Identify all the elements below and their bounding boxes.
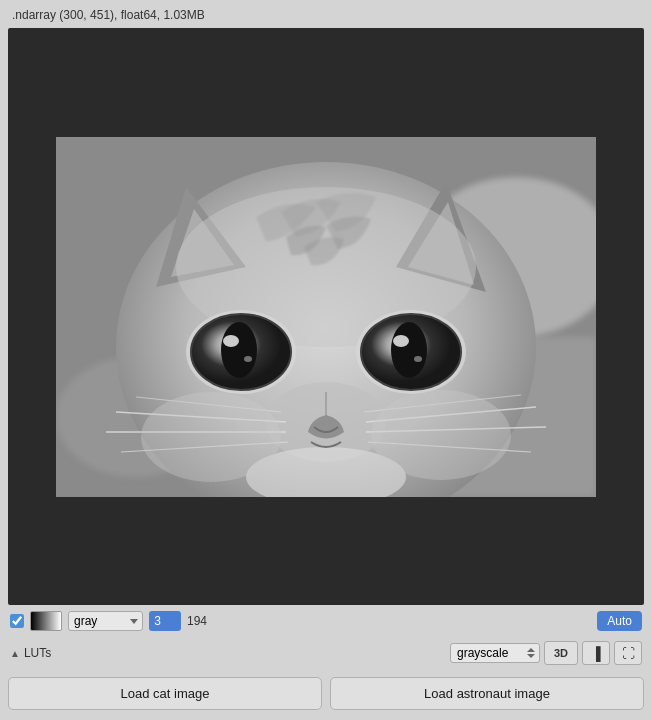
svg-point-19 <box>393 335 409 347</box>
info-bar: .ndarray (300, 451), float64, 1.03MB <box>0 0 652 28</box>
bar-chart-icon: ▐ <box>591 646 600 661</box>
svg-point-34 <box>371 390 511 480</box>
svg-point-13 <box>223 335 239 347</box>
load-astronaut-button[interactable]: Load astronaut image <box>330 677 644 710</box>
image-container <box>8 28 644 605</box>
pixel-value-display: 194 <box>187 614 212 628</box>
expand-icon: ⛶ <box>622 646 635 661</box>
colormap-select[interactable]: grayviridisplasmainfernomagmahotcooljet <box>68 611 143 631</box>
3d-button[interactable]: 3D <box>544 641 578 665</box>
svg-point-12 <box>221 322 257 378</box>
luts-controls: grayscalergbhsvlab 3D ▐ ⛶ <box>450 641 642 665</box>
buttons-row: Load cat image Load astronaut image <box>0 671 652 720</box>
svg-point-18 <box>391 322 427 378</box>
svg-point-20 <box>414 356 422 362</box>
image-viewer <box>56 137 596 497</box>
svg-point-33 <box>141 392 281 482</box>
colormap-swatch[interactable] <box>30 611 62 631</box>
array-info-text: .ndarray (300, 451), float64, 1.03MB <box>12 8 205 22</box>
visibility-checkbox[interactable] <box>10 614 24 628</box>
svg-point-14 <box>244 356 252 362</box>
luts-toggle[interactable]: ▲ LUTs <box>10 646 51 660</box>
bar-chart-button[interactable]: ▐ <box>582 641 610 665</box>
colorspace-select[interactable]: grayscalergbhsvlab <box>450 643 540 663</box>
controls-row: grayviridisplasmainfernomagmahotcooljet … <box>0 605 652 637</box>
load-cat-button[interactable]: Load cat image <box>8 677 322 710</box>
luts-label: LUTs <box>24 646 51 660</box>
cat-image-svg <box>56 137 596 497</box>
expand-button[interactable]: ⛶ <box>614 641 642 665</box>
chevron-up-icon: ▲ <box>10 648 20 659</box>
auto-button[interactable]: Auto <box>597 611 642 631</box>
luts-row: ▲ LUTs grayscalergbhsvlab 3D ▐ ⛶ <box>0 637 652 671</box>
level-input[interactable] <box>149 611 181 631</box>
main-panel: .ndarray (300, 451), float64, 1.03MB <box>0 0 652 720</box>
